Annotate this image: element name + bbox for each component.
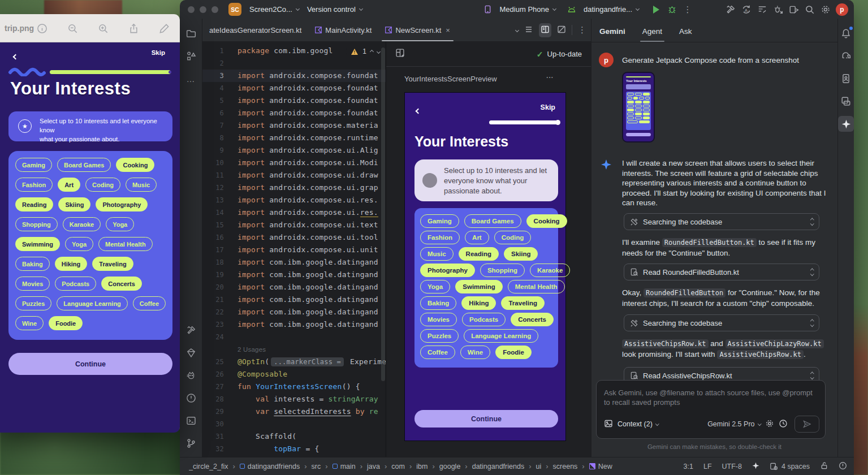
interest-chip-board-games[interactable]: Board Games [464,214,521,228]
interest-chip-foodie[interactable]: Foodie [49,316,83,330]
running-devices-icon[interactable] [838,71,854,87]
preview-menu-icon[interactable]: ⋮ [546,74,554,82]
traffic-light-zoom[interactable] [211,6,218,13]
interest-chip-wine[interactable]: Wine [15,316,44,330]
breadcrumb-java[interactable]: java [367,463,380,470]
interest-chip-swimming[interactable]: Swimming [15,237,60,251]
interest-chip-foodie[interactable]: Foodie [495,346,532,359]
gemini-settings-icon[interactable] [765,419,774,430]
run-button[interactable] [648,2,664,18]
interest-chip-baking[interactable]: Baking [15,257,50,271]
interest-chip-karaoke[interactable]: Karaoke [63,217,101,231]
tool-card-search-1[interactable]: Searching the codebase [624,213,819,230]
interest-chip-coding[interactable]: Coding [494,231,532,244]
breadcrumb-New[interactable]: New [589,463,612,470]
profiler-icon[interactable] [754,2,770,18]
traffic-light-minimize[interactable] [200,6,206,13]
interest-chip-coffee[interactable]: Coffee [420,346,455,359]
interest-chip-board-games[interactable]: Board Games [57,158,111,172]
close-tab-icon[interactable]: × [446,26,450,34]
interest-chip-concerts[interactable]: Concerts [511,313,554,326]
interest-chip-shopping[interactable]: Shopping [480,264,525,277]
interest-chip-mental-health[interactable]: Mental Health [508,280,565,293]
interest-chip-podcasts[interactable]: Podcasts [462,313,506,326]
interest-chip-yoga[interactable]: Yoga [65,237,93,251]
breadcrumb-_circle_2_fix[interactable]: _circle_2_fix [189,463,228,470]
zoom-out-icon[interactable] [64,20,80,36]
tool-card-read-1[interactable]: Read RoundedFilledButton.kt [624,264,819,280]
interest-chip-wine[interactable]: Wine [460,346,490,359]
debug-button[interactable] [664,2,680,18]
interest-chip-hiking[interactable]: Hiking [55,257,88,271]
interest-chip-skiing[interactable]: Skiing [504,247,538,261]
breadcrumb-ibm[interactable]: ibm [416,463,427,470]
vcs-widget[interactable]: Version control [307,5,362,14]
interest-chip-baking[interactable]: Baking [420,296,456,310]
breadcrumb-src[interactable]: src [312,463,321,470]
tool-card-search-2[interactable]: Searching the codebase [624,314,819,331]
breadcrumb-main[interactable]: main [332,463,356,470]
interest-chip-traveling[interactable]: Traveling [501,296,545,310]
device-manager-icon[interactable] [786,2,802,18]
interest-chip-photography[interactable]: Photography [420,264,475,277]
apply-changes-icon[interactable]: A [739,2,754,18]
gemini-chat[interactable]: p Generate Jetpack Compose code from a s… [591,42,837,380]
build-tool-icon[interactable] [183,322,199,338]
gemini-input-box[interactable]: Ask Gemini, use @filename to attach sour… [596,380,826,439]
interest-chip-puzzles[interactable]: Puzzles [15,296,51,310]
interest-chip-karaoke[interactable]: Karaoke [530,264,570,277]
interest-chip-photography[interactable]: Photography [96,197,148,211]
logcat-icon[interactable] [183,368,199,383]
markup-pencil-icon[interactable] [156,20,172,36]
interest-chip-traveling[interactable]: Traveling [92,257,133,271]
lock-icon[interactable] [820,461,828,472]
zoom-in-icon[interactable] [95,20,111,36]
tab-list-chevron-icon[interactable] [515,28,519,32]
interest-chip-gaming[interactable]: Gaming [420,214,459,228]
gemini-status-icon[interactable] [752,462,759,471]
interest-chip-yoga[interactable]: Yoga [420,280,450,293]
interest-chip-movies[interactable]: Movies [15,277,50,291]
editor-scrollbar[interactable] [381,48,385,381]
editor-options-icon[interactable]: ⋮ [578,25,586,35]
inspections-widget[interactable]: 1 [346,46,385,57]
interest-chip-coffee[interactable]: Coffee [133,296,166,310]
structure-tool-icon[interactable] [183,48,199,64]
attach-image-icon[interactable] [604,419,613,430]
breadcrumb-com[interactable]: com [391,463,405,470]
caret-position[interactable]: 3:1 [684,463,693,470]
breadcrumb-google[interactable]: google [439,463,461,470]
interest-chip-fashion[interactable]: Fashion [420,231,460,244]
interest-chip-hiking[interactable]: Hiking [461,296,496,310]
tab-agent[interactable]: Agent [642,27,662,42]
more-actions-icon[interactable]: ⋮ [680,2,696,18]
gemini-tool-icon[interactable] [838,116,854,132]
interest-chip-music[interactable]: Music [126,178,157,192]
interest-chip-swimming[interactable]: Swimming [455,280,503,293]
interest-chip-art[interactable]: Art [465,231,489,244]
tab-dateideasgeneratorscreen[interactable]: ateIdeasGeneratorScreen.kt [202,19,308,41]
send-button[interactable] [794,416,819,433]
preview-layout-icon[interactable] [395,48,405,60]
app-insights-icon[interactable] [183,345,199,361]
interest-chip-music[interactable]: Music [420,247,454,261]
model-selector[interactable]: Gemini 2.5 Pro [707,420,761,428]
attach-debugger-icon[interactable] [770,2,786,18]
search-everywhere-icon[interactable] [802,2,818,18]
tool-card-read-2[interactable]: Read AssistiveChipsRow.kt [624,367,819,380]
screenshot-thumbnail[interactable]: Your Interests [622,72,655,142]
terminal-icon[interactable] [183,413,199,429]
gradle-icon[interactable] [838,48,854,64]
interest-chip-shopping[interactable]: Shopping [15,217,58,231]
line-ending[interactable]: LF [703,463,712,470]
tab-mainactivity[interactable]: MainActivity.kt [308,19,378,41]
interest-chip-yoga[interactable]: Yoga [106,217,134,231]
interest-chip-cooking[interactable]: Cooking [116,158,154,172]
context-selector[interactable]: Context (2) [617,420,658,428]
info-icon[interactable] [34,20,50,36]
build-icon[interactable] [723,2,739,18]
breadcrumb-screens[interactable]: screens [553,463,578,470]
tab-newscreen[interactable]: NewScreen.kt × [378,19,457,41]
interest-chip-language-learning[interactable]: Language Learning [57,296,127,310]
project-selector[interactable]: Screen2Co... [249,5,299,14]
